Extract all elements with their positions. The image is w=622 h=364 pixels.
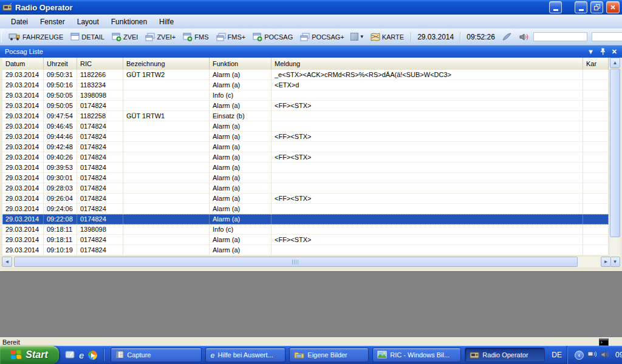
table-cell	[583, 132, 609, 142]
table-row[interactable]: 29.03.201409:40:260174824Alarm (a)<FF><S…	[2, 152, 609, 163]
table-row[interactable]: 29.03.201409:46:450174824Alarm (a)	[2, 121, 609, 132]
window-titlebar[interactable]: Radio Operator ✕	[0, 0, 622, 15]
panel-close-icon[interactable]: ✕	[612, 49, 617, 55]
panel-chevron-down-icon[interactable]: ▼	[587, 49, 594, 55]
pocsag-panel-header[interactable]: Pocsag Liste ▼ ✕	[0, 46, 622, 58]
column-header-bezeichnung[interactable]: Bezeichnung	[123, 58, 210, 70]
volume-icon[interactable]	[601, 351, 609, 360]
show-desktop-icon[interactable]	[65, 351, 75, 360]
menu-layout[interactable]: Layout	[71, 16, 105, 28]
menu-funktionen[interactable]: Funktionen	[105, 16, 153, 28]
column-header-uhrzeit[interactable]: Uhrzeit	[44, 58, 77, 70]
feather-icon[interactable]	[499, 31, 515, 42]
fms-plus-button[interactable]: FMS+	[213, 32, 249, 42]
menu-fenster[interactable]: Fenster	[34, 16, 71, 28]
column-header-ric[interactable]: RIC	[77, 58, 123, 70]
scroll-down-icon[interactable]: ▼	[610, 257, 620, 267]
karte-button[interactable]: KARTE	[367, 32, 407, 42]
table-cell	[272, 183, 583, 194]
table-cell	[583, 214, 609, 224]
internet-explorer-icon[interactable]: e	[79, 350, 84, 360]
column-header-meldung[interactable]: Meldung	[272, 58, 583, 70]
table-row[interactable]: 29.03.201409:44:460174824Alarm (a)<FF><S…	[2, 132, 609, 142]
scroll-up-icon[interactable]: ▲	[610, 58, 620, 68]
scroll-right-icon[interactable]: ►	[601, 257, 611, 267]
minimize-child-button[interactable]	[549, 1, 562, 13]
table-row[interactable]: 29.03.201409:30:010174824Alarm (a)	[2, 173, 609, 183]
horizontal-scroll-thumb[interactable]	[14, 257, 578, 267]
table-cell	[583, 111, 609, 121]
column-header-kar[interactable]: Kar	[583, 58, 609, 70]
table-cell	[583, 80, 609, 90]
table-cell: Alarm (a)	[210, 132, 272, 142]
table-row[interactable]: 29.03.201409:50:161183234Alarm (a)<ETX>d	[2, 80, 609, 90]
speaker-icon[interactable]	[516, 32, 532, 42]
table-cell: 29.03.2014	[2, 132, 44, 142]
horizontal-scrollbar[interactable]: ◄ ►	[2, 257, 611, 268]
network-icon[interactable]	[587, 351, 597, 360]
tray-chevron-icon[interactable]: ‹	[575, 351, 584, 360]
table-cell	[123, 245, 210, 255]
toolbar-grip[interactable]	[1, 32, 2, 42]
table-cell: GÜT 1RTW2	[123, 70, 210, 80]
table-row[interactable]: 29.03.201409:50:051398098Info (c)	[2, 90, 609, 101]
restore-button[interactable]	[590, 1, 603, 13]
color-dropdown-button[interactable]: ▼	[349, 32, 366, 42]
windows-stack-icon	[216, 33, 226, 41]
fahrzeuge-button[interactable]: FAHRZEUGE	[5, 32, 66, 42]
table-row[interactable]: 29.03.201409:26:040174824Alarm (a)<FF><S…	[2, 194, 609, 204]
table-cell	[272, 142, 583, 152]
start-button[interactable]: Start	[0, 346, 59, 364]
table-cell	[123, 163, 210, 173]
vertical-scrollbar[interactable]: ▲ ▼	[610, 58, 620, 267]
taskbar-task[interactable]: Eigene Bilder	[289, 348, 369, 362]
column-header-funktion[interactable]: Funktion	[210, 58, 272, 70]
taskbar-task[interactable]: RIC - Windows Bil...	[372, 348, 461, 362]
table-row[interactable]: 29.03.201409:24:060174824Alarm (a)	[2, 204, 609, 214]
table-cell: Einsatz (b)	[210, 111, 272, 121]
vertical-scroll-thumb[interactable]	[610, 69, 620, 237]
language-indicator[interactable]: DE	[547, 351, 567, 359]
table-row[interactable]: 29.03.201409:50:311182266GÜT 1RTW2Alarm …	[2, 70, 609, 80]
minimize-button[interactable]	[575, 1, 587, 13]
table-cell	[123, 121, 210, 132]
media-player-icon[interactable]	[88, 351, 97, 360]
zvei-button[interactable]: ZVEI	[109, 32, 141, 42]
table-cell: 09:50:05	[44, 101, 77, 111]
table-row[interactable]: 29.03.201409:18:110174824Alarm (a)<FF><S…	[2, 235, 609, 245]
table-row[interactable]: 29.03.201409:47:541182258GÜT 1RTW1Einsat…	[2, 111, 609, 121]
panel-pin-icon[interactable]	[600, 48, 606, 55]
table-cell: 0174824	[77, 173, 123, 183]
fms-button[interactable]: FMS	[180, 32, 211, 42]
tray-clock[interactable]: 09:52	[615, 351, 622, 359]
zvei-plus-button[interactable]: ZVEI+	[142, 32, 179, 42]
table-row[interactable]: 29.03.201409:18:111398098Info (c)	[2, 224, 609, 235]
taskbar-task[interactable]: Radio Operator	[465, 348, 545, 362]
menu-datei[interactable]: Datei	[5, 16, 34, 28]
taskbar-task[interactable]: e Hilfe bei Auswert...	[205, 348, 285, 362]
scroll-left-icon[interactable]: ◄	[2, 257, 12, 267]
table-cell	[272, 245, 583, 255]
table-row[interactable]: 29.03.201409:28:030174824Alarm (a)	[2, 183, 609, 194]
table-row[interactable]: 29.03.201409:10:190174824Alarm (a)	[2, 245, 609, 255]
pocsag-button[interactable]: POCSAG	[250, 32, 296, 42]
window-icon	[70, 33, 80, 41]
windows-stack-icon	[300, 33, 310, 41]
table-cell: 0174824	[77, 121, 123, 132]
pocsag-plus-button[interactable]: POCSAG+	[297, 32, 347, 42]
menu-hilfe[interactable]: Hilfe	[153, 16, 180, 28]
table-cell: 09:10:19	[44, 245, 77, 255]
table-cell: 0174824	[77, 163, 123, 173]
detail-button[interactable]: DETAIL	[67, 32, 108, 42]
table-row[interactable]: 29.03.201409:39:530174824Alarm (a)	[2, 163, 609, 173]
menu-bar: Datei Fenster Layout Funktionen Hilfe	[0, 15, 622, 29]
table-row[interactable]: 29.03.201409:22:080174824Alarm (a)	[2, 214, 609, 224]
table-row[interactable]: 29.03.201409:50:050174824Alarm (a)<FF><S…	[2, 101, 609, 111]
table-cell	[272, 173, 583, 183]
taskbar-task[interactable]: Capture	[111, 348, 202, 362]
close-button[interactable]: ✕	[606, 1, 620, 13]
table-row[interactable]: 29.03.201409:42:480174824Alarm (a)	[2, 142, 609, 152]
table-cell	[123, 235, 210, 245]
table-cell: 29.03.2014	[2, 204, 44, 214]
column-header-datum[interactable]: Datum	[2, 58, 44, 70]
